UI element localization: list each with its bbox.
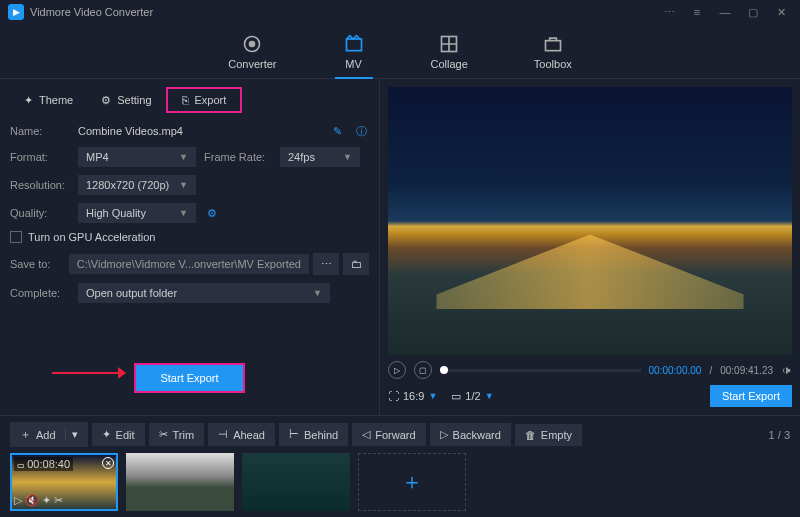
clip-edit-icon[interactable]: ✦ (42, 494, 51, 507)
titlebar: ▶ Vidmore Video Converter ⋯ ≡ — ▢ ✕ (0, 0, 800, 24)
saveto-path: C:\Vidmore\Vidmore V...onverter\MV Expor… (69, 254, 309, 274)
edit-name-icon[interactable]: ✎ (329, 123, 345, 139)
tab-export[interactable]: ⎘ Export (166, 87, 243, 113)
forward-icon: ◁ (362, 428, 370, 441)
backward-icon: ▷ (440, 428, 448, 441)
progress-handle[interactable] (440, 366, 448, 374)
progress-bar[interactable] (440, 369, 641, 372)
info-icon[interactable]: ⓘ (353, 123, 369, 139)
time-total: 00:09:41.23 (720, 365, 773, 376)
name-label: Name: (10, 125, 70, 137)
ahead-button[interactable]: ⊣Ahead (208, 423, 275, 446)
zoom-select[interactable]: ▭1/2▼ (451, 390, 493, 403)
add-button[interactable]: ＋Add▾ (10, 422, 88, 447)
quality-label: Quality: (10, 207, 70, 219)
gpu-label: Turn on GPU Acceleration (28, 231, 155, 243)
svg-rect-4 (545, 41, 560, 51)
gear-icon: ⚙ (101, 94, 111, 107)
gpu-checkbox[interactable] (10, 231, 22, 243)
stop-button[interactable]: ▢ (414, 361, 432, 379)
svg-point-1 (250, 42, 255, 47)
aspect-ratio-select[interactable]: ⛶16:9▼ (388, 390, 437, 402)
menu-icon[interactable]: ≡ (686, 3, 708, 21)
video-preview (388, 87, 792, 355)
settings-panel: ✦ Theme ⚙ Setting ⎘ Export Name: Combine… (0, 79, 380, 415)
clip-play-icon[interactable]: ▷ (14, 494, 22, 507)
wand-icon: ✦ (102, 428, 111, 441)
resolution-label: Resolution: (10, 179, 70, 191)
chevron-down-icon: ▼ (313, 288, 322, 298)
start-export-button-right[interactable]: Start Export (710, 385, 792, 407)
zoom-icon: ▭ (451, 390, 461, 403)
main-nav: Converter MV Collage Toolbox (0, 24, 800, 79)
arrow-head (118, 367, 126, 379)
mv-icon (343, 34, 365, 54)
tab-setting[interactable]: ⚙ Setting (87, 87, 165, 113)
complete-select[interactable]: Open output folder▼ (78, 283, 330, 303)
format-select[interactable]: MP4▼ (78, 147, 196, 167)
chevron-down-icon: ▾ (65, 428, 78, 441)
nav-converter[interactable]: Converter (220, 30, 284, 78)
complete-label: Complete: (10, 287, 70, 299)
edit-button[interactable]: ✦Edit (92, 423, 145, 446)
svg-rect-2 (346, 39, 361, 51)
start-export-button[interactable]: Start Export (134, 363, 244, 393)
chevron-down-icon: ▼ (485, 391, 494, 401)
arrow-annotation (52, 372, 122, 374)
time-current: 00:00:00.00 (649, 365, 702, 376)
forward-button[interactable]: ◁Forward (352, 423, 425, 446)
page-indicator: 1 / 3 (769, 429, 790, 441)
theme-icon: ✦ (24, 94, 33, 107)
folder-icon: 🗀 (351, 258, 362, 270)
scissors-icon: ✂ (159, 428, 168, 441)
nav-collage[interactable]: Collage (423, 30, 476, 78)
trim-button[interactable]: ✂Trim (149, 423, 205, 446)
chevron-down-icon: ▼ (179, 180, 188, 190)
quality-select[interactable]: High Quality▼ (78, 203, 196, 223)
collage-icon (438, 34, 460, 54)
converter-icon (241, 34, 263, 54)
clip-thumbnail-2[interactable] (126, 453, 234, 511)
close-button[interactable]: ✕ (770, 3, 792, 21)
behind-button[interactable]: ⊢Behind (279, 423, 348, 446)
framerate-label: Frame Rate: (204, 151, 272, 163)
nav-toolbox[interactable]: Toolbox (526, 30, 580, 78)
aspect-icon: ⛶ (388, 390, 399, 402)
resolution-select[interactable]: 1280x720 (720p)▼ (78, 175, 196, 195)
add-clip-button[interactable]: ＋ (358, 453, 466, 511)
saveto-label: Save to: (10, 258, 61, 270)
toolbox-icon (542, 34, 564, 54)
quality-gear-icon[interactable]: ⚙ (204, 205, 220, 221)
behind-icon: ⊢ (289, 428, 299, 441)
volume-icon[interactable]: 🕩 (781, 364, 792, 376)
chevron-down-icon: ▼ (179, 152, 188, 162)
preview-panel: ▷ ▢ 00:00:00.00/00:09:41.23 🕩 ⛶16:9▼ ▭1/… (380, 79, 800, 415)
clip-duration: ▭ 00:08:40 (14, 457, 73, 471)
minimize-button[interactable]: — (714, 3, 736, 21)
open-folder-button[interactable]: 🗀 (343, 253, 369, 275)
app-title: Vidmore Video Converter (30, 6, 153, 18)
ahead-icon: ⊣ (218, 428, 228, 441)
chevron-down-icon: ▼ (343, 152, 352, 162)
clip-close-icon[interactable]: ✕ (102, 457, 114, 469)
clip-thumbnail-1[interactable]: ▭ 00:08:40 ✕ ▷ 🔇 ✦ ✂ (10, 453, 118, 511)
empty-button[interactable]: 🗑Empty (515, 424, 582, 446)
play-button[interactable]: ▷ (388, 361, 406, 379)
path-more-button[interactable]: ⋯ (313, 253, 339, 275)
clip-mute-icon[interactable]: 🔇 (25, 494, 39, 507)
trash-icon: 🗑 (525, 429, 536, 441)
tab-theme[interactable]: ✦ Theme (10, 87, 87, 113)
format-label: Format: (10, 151, 70, 163)
backward-button[interactable]: ▷Backward (430, 423, 511, 446)
chevron-down-icon: ▼ (428, 391, 437, 401)
chevron-down-icon: ▼ (179, 208, 188, 218)
maximize-button[interactable]: ▢ (742, 3, 764, 21)
export-icon: ⎘ (182, 94, 189, 106)
clip-thumbnail-3[interactable] (242, 453, 350, 511)
nav-mv[interactable]: MV (335, 30, 373, 78)
plus-icon: ＋ (20, 427, 31, 442)
timeline-panel: ＋Add▾ ✦Edit ✂Trim ⊣Ahead ⊢Behind ◁Forwar… (0, 415, 800, 517)
clip-trim-icon[interactable]: ✂ (54, 494, 63, 507)
message-icon[interactable]: ⋯ (658, 3, 680, 21)
framerate-select[interactable]: 24fps▼ (280, 147, 360, 167)
